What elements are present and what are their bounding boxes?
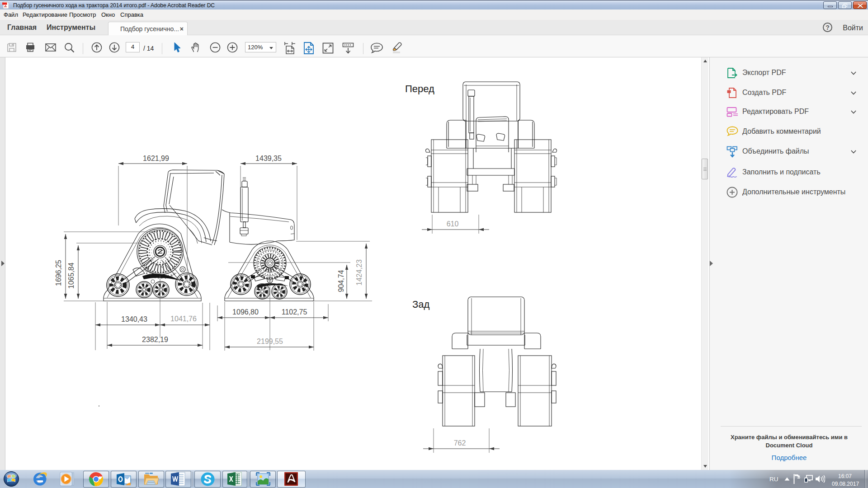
svg-text:2199,55: 2199,55	[257, 338, 283, 345]
svg-text:1439,35: 1439,35	[255, 155, 282, 162]
svg-text:1065,84: 1065,84	[67, 263, 75, 289]
svg-text:1041,76: 1041,76	[170, 315, 197, 323]
svg-text:Перед: Перед	[405, 83, 434, 94]
svg-text:904,74: 904,74	[337, 270, 345, 292]
svg-text:1621,99: 1621,99	[143, 155, 169, 162]
svg-text:1696,25: 1696,25	[55, 260, 62, 286]
svg-text:762: 762	[454, 439, 466, 447]
svg-text:1340,43: 1340,43	[121, 315, 147, 323]
svg-text:Зад: Зад	[412, 299, 430, 310]
svg-text:1424,23: 1424,23	[355, 259, 363, 286]
svg-text:2382,19: 2382,19	[142, 336, 168, 343]
svg-text:1102,75: 1102,75	[282, 308, 307, 316]
svg-text:610: 610	[447, 220, 459, 228]
svg-text:1096,80: 1096,80	[232, 308, 259, 316]
